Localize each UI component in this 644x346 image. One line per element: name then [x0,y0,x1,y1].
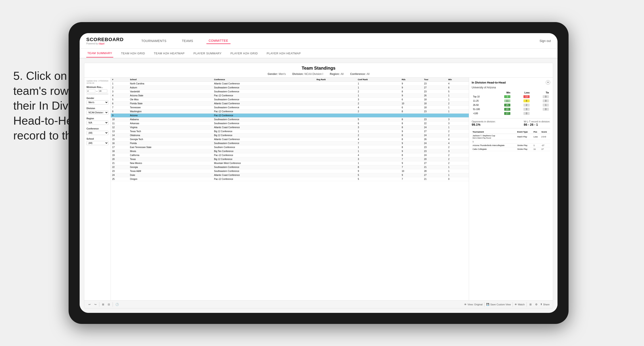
h2h-col-win: Win [492,91,512,95]
sub-nav-player-h2h-heatmap[interactable]: PLAYER H2H HEATMAP [266,49,302,57]
table-row[interactable]: 3 Vanderbilt Southeastern Conference 2 8… [111,90,469,94]
tour-col-pos: Pos [532,130,540,134]
table-row[interactable]: 21 New Mexico Mountain West Conference 1… [111,161,469,165]
divider-2 [472,128,550,128]
settings-button[interactable]: ⚙ [534,303,538,307]
sign-out-button[interactable]: Sign out [540,39,551,43]
table-row[interactable]: 20 Texas Big 12 Conference 3 7 20 2 [111,157,469,161]
separator-4 [512,302,513,307]
filter-group-rounds: Minimum Rou... – [86,86,108,94]
h2h-row-100plus: >100 27 0 [472,111,550,116]
h2h-row-top10: Top 10 3 13 0 [472,95,550,99]
filter-group-region: Region N/A [86,117,108,125]
save-custom-button[interactable]: 💾 Save Custom View [486,303,511,306]
redo-button[interactable]: ↪ [93,303,97,307]
update-time: Update time: 27/03/2024 16:56:26 [86,80,108,84]
watch-button[interactable]: 👁 Watch [514,303,525,306]
table-row[interactable]: 18 Illinois Big Ten Conference 1 9 23 3 [111,149,469,153]
eye-icon: 👁 [464,303,466,306]
nav-committee[interactable]: COMMITTEE [206,38,230,44]
gender-label: Gender [86,97,108,99]
main-content: Team Standings Gender: Men's Division: N… [80,58,558,313]
table-row[interactable]: 9 Arizona Pac-12 Conference [111,114,469,118]
tournament-row-1: Jackson T. Stephens CupMen's Match-Play … [472,134,550,140]
opponents-stat: Opponents in division: 99.1% [472,120,496,126]
nav-teams[interactable]: TEAMS [180,38,195,44]
col-conf-rank: Conf Rank [356,78,400,82]
table-row[interactable]: 13 Texas Tech Big 12 Conference 1 9 27 2 [111,130,469,134]
table-row[interactable]: 11 Arkansas Southeastern Conference 6 8 … [111,122,469,126]
h2h-row-51-100: 51-100 20 3 0 [472,107,550,111]
separator-5 [526,302,527,307]
division-select[interactable]: NCAA Division I [86,111,108,115]
share-button[interactable]: ⬆ Share [540,303,550,306]
sub-nav-team-h2h-grid[interactable]: TEAM H2H GRID [120,49,146,57]
table-row[interactable]: 19 California Pac-12 Conference 4 8 24 2 [111,153,469,157]
col-rds: Rds [400,78,423,82]
table-row[interactable]: 14 Oklahoma Big 12 Conference 2 8 24 2 [111,134,469,138]
table-row[interactable]: 22 Georgia Southeastern Conference 8 7 2… [111,165,469,169]
h2h-col-rank [472,91,492,95]
region-label: Region [86,117,108,120]
right-panel: In Division Head-to-Head ✕ University of… [469,78,553,300]
table-row[interactable]: 23 Texas A&M Southeastern Conference 9 1… [111,169,469,173]
rounds-slider[interactable] [86,94,108,94]
tournament-row-2: 1 [472,140,550,144]
table-row[interactable]: 1 North Carolina Atlantic Coast Conferen… [111,82,469,86]
table-row[interactable]: 17 East Tennessee State Southern Confere… [111,145,469,149]
sub-nav-team-h2h-heatmap[interactable]: TEAM H2H HEATMAP [153,49,186,57]
panel-header: In Division Head-to-Head ✕ [472,80,550,85]
filter-rounds-label: Minimum Rou... [86,86,108,88]
paste-button[interactable]: ⊟ [107,303,111,307]
table-row[interactable]: 10 Alabama Southeastern Conference 5 8 2… [111,118,469,122]
separator-3 [484,302,484,307]
sub-nav-player-h2h-grid[interactable]: PLAYER H2H GRID [230,49,259,57]
close-button[interactable]: ✕ [546,80,550,85]
table-row[interactable]: 7 Tennessee Southeastern Conference 4 6 … [111,106,469,110]
tournament-table: Tournament Event Type Pos Score Jackson … [472,130,550,151]
card-filters: Gender: Men's Division: NCAA Division I … [89,72,548,76]
view-original-button[interactable]: 👁 View: Original [464,303,482,306]
record-stat: W-L-T record in-division: 86 - 26 - 1 [524,120,550,126]
table-row[interactable]: 4 Arizona State Pac-12 Conference 1 9 26… [111,94,469,98]
nav-tournaments[interactable]: TOURNAMENTS [139,38,168,44]
copy-button[interactable]: ⊞ [101,303,105,307]
conference-label: Conference [86,128,108,130]
filter-rounds-row: – [86,89,108,93]
table-row[interactable]: 5 Ole Miss Southeastern Conference 3 6 1… [111,98,469,102]
school-select[interactable]: (All) [86,141,108,145]
col-conference: Conference [213,78,315,82]
sub-nav-team-summary[interactable]: TEAM SUMMARY [86,49,113,57]
conference-select[interactable]: (All) [86,131,108,135]
sidebar-filters: Update time: 27/03/2024 16:56:26 Minimum… [84,78,111,300]
table-row[interactable]: 8 Washington Pac-12 Conference 2 8 23 1 [111,110,469,114]
grid-button[interactable]: ⊞ [528,303,532,307]
filter-group-school: School (All) [86,138,108,145]
gender-select[interactable]: Men's [86,100,108,105]
table-row[interactable]: 16 Florida Southeastern Conference 7 9 2… [111,141,469,145]
sub-nav-player-summary[interactable]: PLAYER SUMMARY [192,49,223,57]
h2h-table: Win Loss Tie Top 10 3 13 [472,91,550,116]
filter-group-conference: Conference (All) [86,128,108,135]
clock-button[interactable]: 🕐 [114,303,120,307]
col-school: School [129,78,213,82]
table-row[interactable]: 12 Virginia Atlantic Coast Conference 3 … [111,126,469,130]
table-row[interactable]: 24 Duke Atlantic Coast Conference 5 9 27… [111,173,469,177]
min-rounds-input[interactable] [86,89,95,93]
tour-col-name: Tournament [472,130,516,134]
app-header: SCOREBOARD Powered by clippd TOURNAMENTS… [80,33,558,49]
sub-nav: TEAM SUMMARY TEAM H2H GRID TEAM H2H HEAT… [80,49,558,58]
col-reg-rank: Reg Rank [315,78,356,82]
filter-division: Division: NCAA Division I [292,72,323,76]
undo-button[interactable]: ↩ [88,303,92,307]
team-table: # School Conference Reg Rank Conf Rank R… [111,78,469,181]
filter-gender: Gender: Men's [268,72,286,76]
panel-subtitle: University of Arizona [472,86,550,89]
max-rounds-input[interactable] [98,89,107,93]
table-row[interactable]: 15 Georgia Tech Atlantic Coast Conferenc… [111,138,469,141]
region-select[interactable]: N/A [86,121,108,125]
table-row[interactable]: 6 Florida State Atlantic Coast Conferenc… [111,102,469,106]
bottom-toolbar: ↩ ↪ ⊞ ⊟ 🕐 👁 View: Original [84,300,553,308]
table-row[interactable]: 2 Auburn Southeastern Conference 1 9 27 … [111,86,469,90]
table-row[interactable]: 25 Oregon Pac-12 Conference 5 7 21 0 [111,177,469,181]
